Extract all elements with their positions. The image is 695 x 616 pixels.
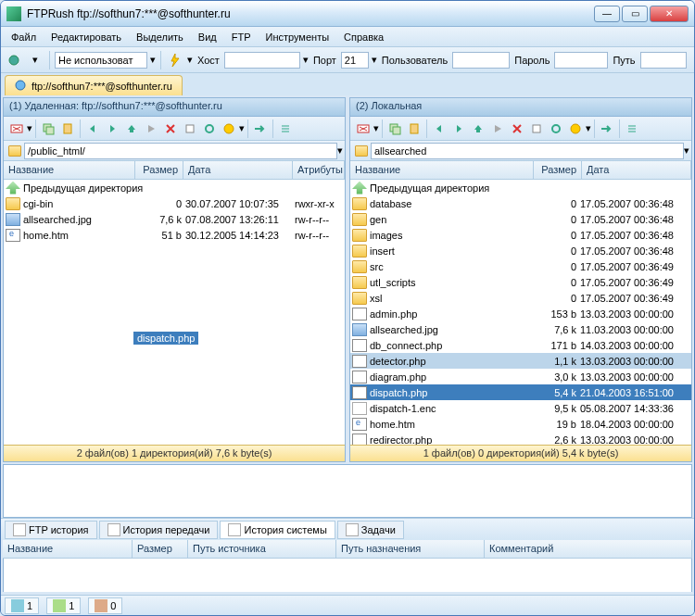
folder-icon[interactable] [6, 142, 24, 160]
parent-dir-row[interactable]: Предыдущая директория [350, 180, 691, 195]
lightning-icon[interactable] [166, 51, 184, 69]
file-row[interactable]: home.htm19 b18.04.2003 00:00:00 [350, 416, 691, 432]
file-date: 07.08.2007 13:26:11 [185, 214, 295, 225]
pass-input[interactable] [554, 52, 608, 69]
dropdown-icon[interactable]: ▾ [26, 51, 44, 69]
file-row[interactable]: cgi-bin030.07.2007 10:07:35rwxr-xr-x [4, 195, 345, 211]
file-row[interactable]: dispatch.php5,4 k21.04.2003 16:51:00 [350, 384, 691, 400]
queue-list[interactable] [3, 559, 692, 592]
col-date[interactable]: Дата [183, 161, 293, 179]
prev-icon[interactable] [83, 119, 102, 138]
disconnect-icon[interactable] [7, 119, 26, 138]
remote-header: (1) Удаленная: ftp://softhun7:***@softhu… [4, 98, 345, 117]
file-row[interactable]: allsearched.jpg7,6 k07.08.2007 13:26:11r… [4, 211, 345, 227]
list-icon[interactable] [276, 119, 295, 138]
up-icon[interactable] [469, 119, 487, 138]
qcol-dst[interactable]: Путь назначения [336, 540, 485, 558]
next-icon[interactable] [449, 119, 468, 138]
parent-dir-row[interactable]: Предыдущая директория [4, 180, 345, 195]
transfer-icon[interactable] [598, 119, 616, 138]
file-row[interactable]: gen017.05.2007 00:36:48 [350, 211, 691, 227]
disconnect-icon[interactable] [354, 119, 373, 138]
menu-file[interactable]: Файл [5, 30, 43, 44]
local-header: (2) Локальная [350, 98, 691, 117]
drag-ghost: dispatch.php [133, 332, 198, 345]
stop-icon[interactable] [220, 119, 238, 138]
path-input[interactable] [640, 52, 687, 69]
local-path-input[interactable] [371, 143, 684, 159]
sb-item-2[interactable]: 1 [46, 597, 81, 614]
menu-tools[interactable]: Инструменты [259, 30, 335, 44]
menu-help[interactable]: Справка [337, 30, 390, 44]
col-date[interactable]: Дата [582, 161, 691, 179]
session-tab[interactable]: ftp://softhun7:***@softhunter.ru [5, 75, 183, 95]
folder-icon[interactable] [352, 142, 371, 160]
qcol-src[interactable]: Путь источника [188, 540, 336, 558]
file-row[interactable]: home.htm51 b30.12.2005 14:14:23rw-r--r-- [4, 227, 345, 243]
paste-icon[interactable] [405, 119, 423, 138]
connect-icon[interactable] [5, 51, 23, 69]
qcol-size[interactable]: Размер [133, 540, 188, 558]
file-row[interactable]: xsl017.05.2007 00:36:49 [350, 290, 691, 306]
tab-tasks[interactable]: Задачи [337, 521, 404, 539]
file-row[interactable]: detector.php1,1 k13.03.2003 00:00:00 [350, 353, 691, 369]
list-icon[interactable] [623, 119, 641, 138]
remote-file-list[interactable]: Предыдущая директорияcgi-bin030.07.2007 … [4, 180, 345, 445]
file-row[interactable]: admin.php153 b13.03.2003 00:00:00 [350, 306, 691, 321]
file-row[interactable]: dispatch-1.enc9,5 k05.08.2007 14:33:36 [350, 400, 691, 416]
stop-icon[interactable] [566, 119, 585, 138]
maximize-button[interactable]: ▭ [622, 6, 648, 22]
qcol-name[interactable]: Название [3, 540, 133, 558]
profile-select[interactable] [55, 52, 147, 69]
host-input[interactable] [224, 52, 300, 69]
file-row[interactable]: allsearched.jpg7,6 k11.03.2003 00:00:00 [350, 321, 691, 337]
file-row[interactable]: insert017.05.2007 00:36:48 [350, 243, 691, 258]
sb-item-3[interactable]: 0 [88, 597, 122, 614]
qcol-comment[interactable]: Комментарий [485, 540, 692, 558]
remote-path-input[interactable] [24, 143, 337, 159]
user-input[interactable] [452, 52, 510, 69]
menu-ftp[interactable]: FTP [225, 30, 258, 44]
col-name[interactable]: Название [350, 161, 534, 179]
fold-icon [352, 245, 367, 258]
log-area[interactable] [3, 464, 692, 518]
up-icon[interactable] [122, 119, 141, 138]
tab-ftp-history[interactable]: FTP история [5, 521, 97, 539]
file-row[interactable]: images017.05.2007 00:36:48 [350, 227, 691, 243]
delete-icon[interactable] [161, 119, 180, 138]
copy-icon[interactable] [39, 119, 57, 138]
refresh-icon[interactable] [547, 119, 565, 138]
col-name[interactable]: Название [4, 161, 135, 179]
fold-icon [352, 229, 367, 242]
col-attr[interactable]: Атрибуты [293, 161, 345, 179]
menu-view[interactable]: Вид [192, 30, 223, 44]
menu-select[interactable]: Выделить [130, 30, 190, 44]
edit-icon[interactable] [527, 119, 546, 138]
paste-icon[interactable] [58, 119, 77, 138]
file-row[interactable]: db_connect.php171 b14.03.2003 00:00:00 [350, 337, 691, 353]
edit-icon[interactable] [181, 119, 199, 138]
col-size[interactable]: Размер [135, 161, 183, 179]
play-icon[interactable] [488, 119, 507, 138]
refresh-icon[interactable] [200, 119, 219, 138]
sb-item-1[interactable]: 1 [5, 597, 39, 614]
port-input[interactable] [341, 52, 369, 69]
next-icon[interactable] [103, 119, 121, 138]
delete-icon[interactable] [508, 119, 526, 138]
copy-icon[interactable] [385, 119, 404, 138]
prev-icon[interactable] [430, 119, 449, 138]
file-row[interactable]: database017.05.2007 00:36:48 [350, 195, 691, 211]
file-row[interactable]: diagram.php3,0 k13.03.2003 00:00:00 [350, 369, 691, 384]
minimize-button[interactable]: — [594, 6, 620, 22]
file-row[interactable]: src017.05.2007 00:36:49 [350, 258, 691, 274]
local-file-list[interactable]: Предыдущая директорияdatabase017.05.2007… [350, 180, 691, 445]
transfer-icon[interactable] [251, 119, 270, 138]
tab-transfer-history[interactable]: История передачи [99, 521, 219, 539]
menu-edit[interactable]: Редактировать [44, 30, 128, 44]
play-icon[interactable] [142, 119, 160, 138]
col-size[interactable]: Размер [534, 161, 582, 179]
file-row[interactable]: redirector.php2,6 k13.03.2003 00:00:00 [350, 432, 691, 445]
file-row[interactable]: utl_scripts017.05.2007 00:36:49 [350, 274, 691, 290]
tab-system-history[interactable]: История системы [220, 521, 335, 539]
close-button[interactable]: ✕ [650, 6, 689, 22]
